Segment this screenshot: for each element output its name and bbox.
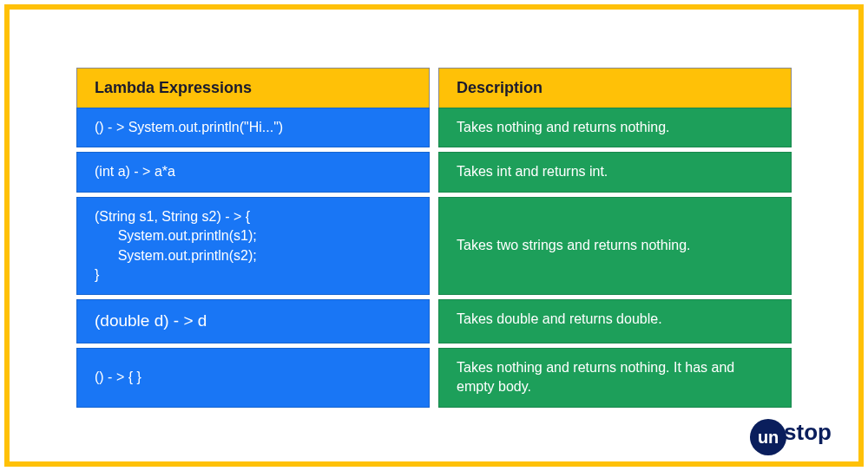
- lambda-table: Lambda Expressions Description () - > Sy…: [76, 68, 792, 412]
- lambda-expression: () - > { }: [76, 348, 430, 408]
- lambda-description: Takes nothing and returns nothing.: [438, 108, 792, 147]
- table-row: (String s1, String s2) - > { System.out.…: [76, 197, 792, 296]
- logo-stop-text: stop: [784, 419, 832, 446]
- logo-un-circle: un: [750, 419, 786, 455]
- header-lambda: Lambda Expressions: [76, 68, 430, 108]
- lambda-expression: (int a) - > a*a: [76, 152, 430, 192]
- table-row: () - > System.out.println("Hi...") Takes…: [76, 108, 792, 147]
- lambda-expression: (String s1, String s2) - > { System.out.…: [76, 197, 430, 296]
- lambda-expression: () - > System.out.println("Hi..."): [76, 108, 430, 147]
- lambda-description: Takes nothing and returns nothing. It ha…: [438, 348, 792, 408]
- lambda-description: Takes int and returns int.: [438, 152, 792, 192]
- header-description: Description: [438, 68, 792, 108]
- table-row: (int a) - > a*a Takes int and returns in…: [76, 152, 792, 192]
- lambda-description: Takes two strings and returns nothing.: [438, 197, 792, 296]
- table-row: (double d) - > d Takes double and return…: [76, 299, 792, 343]
- lambda-description: Takes double and returns double.: [438, 299, 792, 343]
- lambda-expression: (double d) - > d: [76, 299, 430, 343]
- table-row: () - > { } Takes nothing and returns not…: [76, 348, 792, 408]
- table-header-row: Lambda Expressions Description: [76, 68, 792, 108]
- unstop-logo: un stop: [750, 415, 832, 452]
